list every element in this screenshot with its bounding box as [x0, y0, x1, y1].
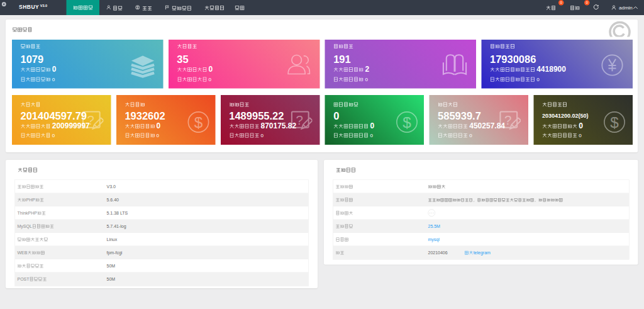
svg-text:$: $	[194, 114, 203, 131]
svg-text:?: ?	[504, 113, 511, 127]
svg-text:$: $	[610, 114, 619, 131]
svg-text:?: ?	[87, 113, 94, 127]
svg-text:$: $	[402, 114, 411, 131]
svg-text:?: ?	[296, 113, 303, 127]
